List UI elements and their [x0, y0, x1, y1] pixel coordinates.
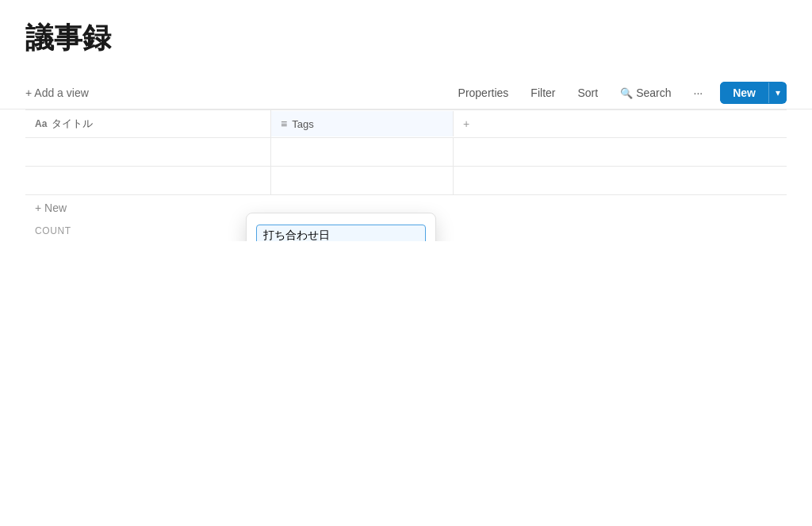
cell-tags-1[interactable] — [271, 138, 454, 166]
cell-extra-2 — [454, 167, 473, 194]
table-container: Aa タイトル ≡ Tags + + New COUNT PROPER — [0, 109, 812, 241]
new-button-chevron[interactable]: ▾ — [768, 83, 787, 103]
properties-button[interactable]: Properties — [454, 83, 514, 102]
search-icon: 🔍 — [620, 87, 633, 99]
add-column-button[interactable]: + — [454, 111, 479, 136]
more-options-button[interactable]: ··· — [689, 83, 708, 102]
context-menu: PROPERTY TYPE ≡ Multi-select ▶ ⚙ Configu… — [246, 213, 436, 241]
toolbar: + Add a view Properties Filter Sort 🔍 Se… — [0, 77, 812, 109]
add-column-icon: + — [463, 117, 469, 130]
filter-button[interactable]: Filter — [526, 83, 560, 102]
list-type-icon: ≡ — [281, 117, 287, 130]
more-options-label: ··· — [694, 86, 703, 99]
column-title-label: タイトル — [52, 117, 93, 131]
search-button[interactable]: 🔍 Search — [615, 83, 676, 102]
filter-label: Filter — [530, 86, 555, 99]
toolbar-right: Properties Filter Sort 🔍 Search ··· New … — [454, 82, 787, 104]
sort-button[interactable]: Sort — [573, 83, 603, 102]
new-row-label: + New — [35, 202, 67, 214]
cell-title-2[interactable] — [25, 167, 271, 194]
column-tags[interactable]: ≡ Tags — [271, 111, 454, 136]
text-type-icon: Aa — [35, 118, 47, 129]
new-button[interactable]: New — [720, 82, 768, 104]
cell-tags-2[interactable] — [271, 167, 454, 194]
properties-label: Properties — [458, 86, 509, 99]
page-header: 議事録 — [0, 0, 812, 77]
column-name-input[interactable] — [256, 225, 426, 241]
sort-label: Sort — [577, 86, 598, 99]
table-row — [25, 167, 787, 195]
add-view-label: + Add a view — [25, 86, 89, 99]
cell-title-1[interactable] — [25, 138, 271, 166]
search-label: Search — [636, 86, 671, 99]
context-menu-input-wrap — [247, 220, 435, 241]
add-view-button[interactable]: + Add a view — [25, 86, 89, 99]
cell-extra-1 — [454, 138, 473, 166]
table-row — [25, 138, 787, 167]
new-button-group: New ▾ — [720, 82, 787, 104]
count-label: COUNT — [35, 225, 71, 236]
column-title: Aa タイトル — [25, 110, 271, 137]
table-header: Aa タイトル ≡ Tags + — [25, 109, 787, 138]
page-title: 議事録 — [25, 19, 787, 58]
column-tags-label: Tags — [292, 118, 313, 130]
